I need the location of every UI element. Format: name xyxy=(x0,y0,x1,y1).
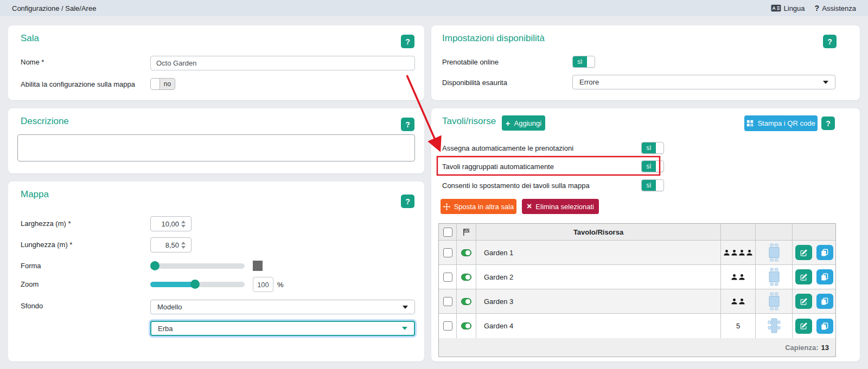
checkered-flag-icon xyxy=(462,228,470,236)
seat-count-value: 5 xyxy=(736,322,740,330)
row-checkbox[interactable] xyxy=(443,297,452,306)
row-checkbox[interactable] xyxy=(443,273,452,282)
row-select-cell[interactable] xyxy=(439,241,457,264)
esaurita-select[interactable]: Errore xyxy=(572,75,835,89)
row-shape xyxy=(756,265,793,289)
plus-icon: + xyxy=(506,119,510,128)
page: Configurazione / Sale/Aree A Lingua ? As… xyxy=(0,0,868,369)
edit-button[interactable] xyxy=(795,269,812,284)
person-icon xyxy=(731,298,738,305)
table-header-row: Tavolo/Risorsa xyxy=(439,224,835,241)
copy-button[interactable] xyxy=(816,319,833,334)
edit-button[interactable] xyxy=(795,245,812,260)
zoom-value-input[interactable] xyxy=(253,277,273,292)
row-active-cell[interactable] xyxy=(457,314,476,338)
sfondo-sub-select[interactable]: Erba xyxy=(150,321,415,336)
mappa-title: Mappa xyxy=(21,189,49,200)
sala-help-button[interactable]: ? xyxy=(401,35,414,48)
zoom-unit: % xyxy=(277,281,284,289)
forma-slider-thumb[interactable] xyxy=(150,261,159,270)
row-name: Garden 1 xyxy=(476,241,721,264)
person-icon xyxy=(731,274,738,281)
larghezza-stepper[interactable] xyxy=(150,216,192,231)
row-select-cell[interactable] xyxy=(439,314,457,338)
mappa-help-button[interactable]: ? xyxy=(401,195,414,208)
active-toggle-icon[interactable] xyxy=(461,298,471,305)
table-row: Garden 3 xyxy=(439,289,835,314)
row-checkbox[interactable] xyxy=(443,248,452,257)
aggiungi-button[interactable]: + Aggiungi xyxy=(502,115,545,131)
descrizione-card: Descrizione ? xyxy=(8,108,424,173)
row-shape xyxy=(756,289,793,313)
sfondo-select[interactable]: Modello xyxy=(150,300,415,314)
language-menu[interactable]: A Lingua xyxy=(771,4,805,12)
toggle-knob xyxy=(151,79,160,89)
person-icon xyxy=(731,249,738,256)
copy-icon xyxy=(821,322,828,330)
larghezza-input[interactable] xyxy=(151,220,179,228)
row-actions xyxy=(793,265,835,289)
active-toggle-icon[interactable] xyxy=(461,249,471,256)
table-shape-icon xyxy=(766,316,782,336)
descrizione-help-button[interactable]: ? xyxy=(401,118,414,131)
raggruppati-toggle[interactable]: sì xyxy=(641,160,664,172)
assegna-label: Assegna automaticamente le prenotazioni xyxy=(442,144,573,152)
stepper-arrows-icon[interactable] xyxy=(181,242,186,249)
row-select-cell[interactable] xyxy=(439,289,457,313)
copy-button[interactable] xyxy=(816,294,833,309)
person-icon xyxy=(738,298,745,305)
stampa-qr-button[interactable]: Stampa i QR code xyxy=(744,115,818,131)
prenotabile-toggle[interactable]: sì xyxy=(572,56,595,68)
copy-icon xyxy=(821,297,828,305)
forma-slider[interactable] xyxy=(150,263,245,269)
prenotabile-label: Prenotabile online xyxy=(442,58,499,66)
chevron-down-icon xyxy=(402,327,407,330)
chevron-down-icon xyxy=(823,81,828,84)
seat-count-icons xyxy=(731,298,745,305)
elimina-button[interactable]: × Elimina selezionati xyxy=(522,199,599,214)
descrizione-title: Descrizione xyxy=(21,116,69,127)
stepper-arrows-icon[interactable] xyxy=(181,221,186,228)
active-toggle-icon[interactable] xyxy=(461,274,471,281)
row-active-cell[interactable] xyxy=(457,289,476,313)
chevron-down-icon xyxy=(403,306,408,309)
larghezza-label: Larghezza (m) * xyxy=(21,219,71,228)
sala-title: Sala xyxy=(21,33,39,44)
row-active-cell[interactable] xyxy=(457,265,476,289)
lunghezza-label: Lunghezza (m) * xyxy=(21,241,72,249)
nome-input[interactable] xyxy=(150,56,415,70)
table-row: Garden 45 xyxy=(439,314,835,338)
descrizione-textarea[interactable] xyxy=(17,134,415,161)
active-toggle-icon[interactable] xyxy=(461,322,471,329)
assegna-toggle[interactable]: sì xyxy=(641,142,664,154)
sfondo-sub-selected-value: Erba xyxy=(158,325,173,333)
select-all-checkbox[interactable] xyxy=(443,228,452,237)
lunghezza-stepper[interactable] xyxy=(150,237,192,253)
table-header-label: Tavolo/Risorsa xyxy=(476,224,721,240)
edit-button[interactable] xyxy=(795,294,812,309)
row-checkbox[interactable] xyxy=(443,321,452,331)
zoom-slider-thumb[interactable] xyxy=(190,280,200,289)
language-label: Lingua xyxy=(784,4,805,12)
row-active-cell[interactable] xyxy=(457,241,476,264)
tavoli-help-button[interactable]: ? xyxy=(821,116,835,130)
help-menu[interactable]: ? Assistenza xyxy=(815,4,856,12)
row-select-cell[interactable] xyxy=(439,265,457,289)
forma-label: Forma xyxy=(21,262,41,270)
translate-icon: A xyxy=(771,4,781,12)
move-icon xyxy=(443,203,450,210)
zoom-slider[interactable] xyxy=(150,282,245,287)
disponibilita-help-button[interactable]: ? xyxy=(823,35,837,48)
qr-code-icon xyxy=(746,120,754,127)
copy-button[interactable] xyxy=(816,269,833,284)
table-shape-icon xyxy=(766,243,782,262)
edit-button[interactable] xyxy=(795,319,812,334)
lunghezza-input[interactable] xyxy=(151,241,179,249)
select-all-cell[interactable] xyxy=(439,224,457,240)
sposta-button[interactable]: Sposta in altra sala xyxy=(441,199,516,214)
copy-button[interactable] xyxy=(816,245,833,260)
spostamento-toggle[interactable]: sì xyxy=(641,179,664,191)
zoom-label: Zoom xyxy=(21,280,39,288)
abilita-mappa-toggle[interactable]: no xyxy=(150,78,175,90)
sposta-label: Sposta in altra sala xyxy=(454,203,514,211)
